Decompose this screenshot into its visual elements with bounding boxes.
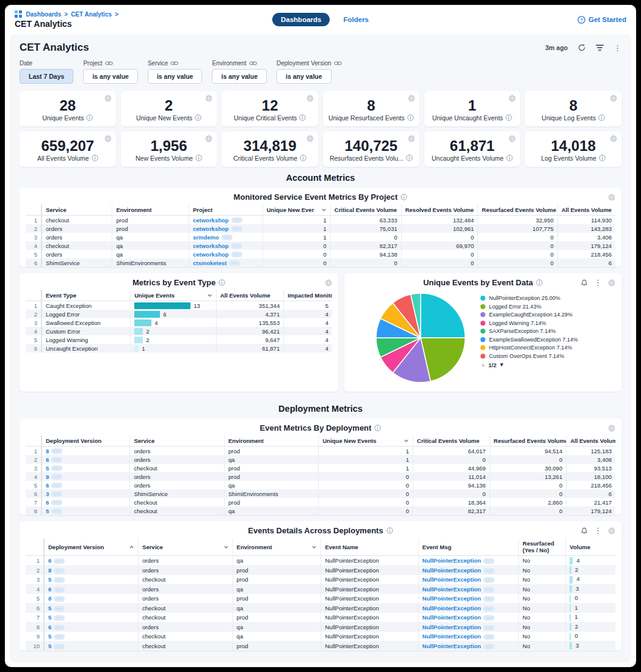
filter-value-button[interactable]: is any value <box>148 69 203 84</box>
cell-link-text[interactable]: cetworkshop <box>193 217 229 224</box>
globe-icon[interactable] <box>608 279 615 287</box>
column-header-all-events-volume[interactable]: All Events Volume <box>557 205 615 216</box>
more-options-pill[interactable]: ··· <box>54 577 65 583</box>
tab-folders[interactable]: Folders <box>343 16 369 23</box>
filter-value-button[interactable]: Last 7 Days <box>20 69 73 84</box>
column-header-resolved-events-volume[interactable]: Resolved Events Volume <box>401 205 478 216</box>
more-options-pill[interactable]: ··· <box>483 625 494 630</box>
cell-link-text[interactable]: 6 <box>46 499 49 506</box>
cell-link-text[interactable]: NullPointerException <box>422 557 481 564</box>
info-icon[interactable] <box>505 114 512 121</box>
more-options-pill[interactable]: ··· <box>229 260 240 266</box>
cell-link-text[interactable]: NullPointerException <box>422 595 481 602</box>
column-header-impacted-monitored-services[interactable]: Impacted Monitored Services <box>284 290 332 301</box>
cell-link-text[interactable]: 3 <box>46 491 49 497</box>
cell-link-text[interactable]: 6 <box>48 586 51 593</box>
info-icon[interactable] <box>506 155 513 161</box>
column-header-volume[interactable]: Volume <box>566 538 615 556</box>
globe-icon[interactable] <box>104 135 112 142</box>
cell-link-text[interactable]: NullPointerException <box>422 605 481 612</box>
column-header-critical-events-volume[interactable]: Critical Events Volume <box>413 436 490 447</box>
info-icon[interactable] <box>386 527 393 534</box>
cell-link-text[interactable]: ctsmoketest <box>193 260 226 266</box>
info-icon[interactable] <box>407 114 414 121</box>
bell-icon[interactable] <box>581 527 588 535</box>
kebab-menu-icon[interactable]: ⋮ <box>594 526 602 535</box>
cell-link-text[interactable]: 5 <box>48 614 51 621</box>
cell-link-text[interactable]: NullPointerException <box>422 567 481 574</box>
column-header-project[interactable]: Project <box>189 205 263 216</box>
column-header-event-type[interactable]: Event Type <box>42 290 131 301</box>
globe-icon[interactable] <box>104 95 112 102</box>
legend-item[interactable]: Logged Warning 7.14% <box>480 320 592 327</box>
column-header-resurfaced-events-volume[interactable]: Resurfaced Events Volume <box>490 436 567 447</box>
more-options-pill[interactable]: ··· <box>483 587 494 593</box>
cell-link-text[interactable]: NullPointerException <box>422 614 481 621</box>
more-options-pill[interactable]: ··· <box>54 615 65 621</box>
column-header-environment[interactable]: Environment <box>112 205 189 216</box>
more-options-pill[interactable]: ··· <box>483 606 494 612</box>
tab-dashboards[interactable]: Dashboards <box>272 13 330 26</box>
more-options-pill[interactable]: ··· <box>483 634 494 640</box>
column-header-environment[interactable]: Environment <box>224 436 319 447</box>
info-icon[interactable] <box>300 155 306 161</box>
info-icon[interactable] <box>599 155 606 161</box>
more-options-pill[interactable]: ··· <box>51 500 62 505</box>
cell-link-text[interactable]: srmdemo <box>193 234 219 241</box>
cell-link-text[interactable]: 8 <box>48 595 51 602</box>
globe-icon[interactable] <box>608 194 615 201</box>
pie-chart[interactable] <box>374 291 467 387</box>
globe-icon[interactable] <box>608 425 615 432</box>
kebab-menu-icon[interactable]: ⋮ <box>614 43 621 53</box>
globe-icon[interactable] <box>408 95 415 102</box>
column-header-deployment-version[interactable]: Deployment Version <box>42 436 130 447</box>
globe-icon[interactable] <box>610 135 617 142</box>
kebab-menu-icon[interactable]: ⋮ <box>594 278 602 287</box>
cell-link-text[interactable]: 5 <box>48 605 51 612</box>
info-icon[interactable] <box>598 114 605 121</box>
cell-link-text[interactable]: cetworkshop <box>193 243 229 249</box>
more-options-pill[interactable]: ··· <box>231 243 242 249</box>
info-icon[interactable] <box>299 114 306 121</box>
globe-icon[interactable] <box>306 95 314 102</box>
legend-item[interactable]: Logged Error 21.43% <box>480 304 592 310</box>
cell-link-text[interactable]: 5 <box>46 465 49 472</box>
more-options-pill[interactable]: ··· <box>54 587 65 593</box>
more-options-pill[interactable]: ··· <box>231 252 242 257</box>
cell-link-text[interactable]: 6 <box>48 624 51 630</box>
globe-icon[interactable] <box>306 135 314 142</box>
more-options-pill[interactable]: ··· <box>51 474 62 480</box>
more-options-pill[interactable]: ··· <box>483 596 494 602</box>
column-header-unique-events[interactable]: Unique Events <box>131 290 217 301</box>
more-options-pill[interactable]: ··· <box>51 448 62 454</box>
info-icon[interactable] <box>219 279 225 286</box>
filter-value-button[interactable]: is any value <box>277 69 331 84</box>
column-header-event-msg[interactable]: Event Msg <box>418 538 518 556</box>
more-options-pill[interactable]: ··· <box>483 644 494 649</box>
globe-icon[interactable] <box>509 135 516 142</box>
legend-item[interactable]: HttpHostConnectException 7.14% <box>480 345 592 351</box>
column-header-service[interactable]: Service <box>42 205 112 216</box>
legend-item[interactable]: Custom OverOps Event 7.14% <box>480 353 592 360</box>
info-icon[interactable] <box>195 114 201 121</box>
column-header-resurfaced-events-volume[interactable]: Resurfaced Events Volume <box>478 205 557 216</box>
more-options-pill[interactable]: ··· <box>54 634 65 640</box>
column-header-environment[interactable]: Environment <box>233 538 321 556</box>
more-options-pill[interactable]: ··· <box>54 568 65 574</box>
column-header-event-name[interactable]: Event Name <box>321 538 418 556</box>
filter-icon[interactable] <box>596 45 604 51</box>
column-header-service[interactable]: Service <box>139 538 233 556</box>
refresh-icon[interactable] <box>578 43 586 52</box>
cell-link-text[interactable]: NullPointerException <box>422 624 481 630</box>
column-header-deployment-version[interactable]: Deployment Version <box>44 538 139 556</box>
breadcrumb-dashboards[interactable]: Dashboards <box>26 11 62 18</box>
globe-icon[interactable] <box>205 95 212 102</box>
column-header-unique-new-ever[interactable]: Unique New Ever <box>263 205 330 216</box>
globe-icon[interactable] <box>205 135 212 142</box>
filter-value-button[interactable]: is any value <box>83 69 138 84</box>
info-icon[interactable] <box>536 279 543 286</box>
legend-page-up-icon[interactable]: ▲ <box>480 362 486 368</box>
globe-icon[interactable] <box>408 135 415 142</box>
cell-link-text[interactable]: 5 <box>48 643 51 649</box>
bell-icon[interactable] <box>581 279 588 287</box>
